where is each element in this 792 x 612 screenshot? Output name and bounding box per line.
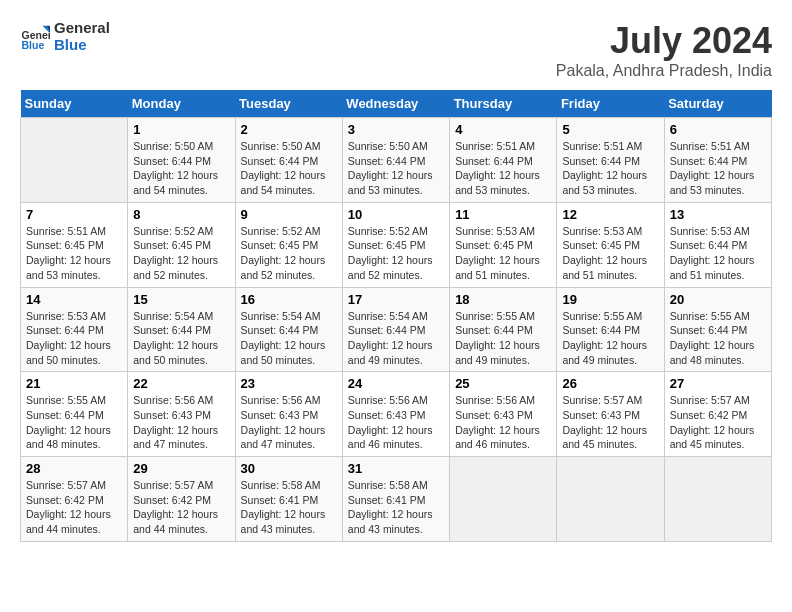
calendar-cell — [21, 118, 128, 203]
col-header-friday: Friday — [557, 90, 664, 118]
day-info: Sunrise: 5:55 AMSunset: 6:44 PMDaylight:… — [455, 309, 551, 368]
day-info: Sunrise: 5:54 AMSunset: 6:44 PMDaylight:… — [348, 309, 444, 368]
calendar-cell: 7Sunrise: 5:51 AMSunset: 6:45 PMDaylight… — [21, 202, 128, 287]
day-number: 26 — [562, 376, 658, 391]
calendar-cell: 16Sunrise: 5:54 AMSunset: 6:44 PMDayligh… — [235, 287, 342, 372]
calendar-cell: 24Sunrise: 5:56 AMSunset: 6:43 PMDayligh… — [342, 372, 449, 457]
calendar-cell: 8Sunrise: 5:52 AMSunset: 6:45 PMDaylight… — [128, 202, 235, 287]
week-row-2: 7Sunrise: 5:51 AMSunset: 6:45 PMDaylight… — [21, 202, 772, 287]
day-number: 18 — [455, 292, 551, 307]
title-area: July 2024 Pakala, Andhra Pradesh, India — [556, 20, 772, 80]
day-number: 31 — [348, 461, 444, 476]
calendar-cell: 2Sunrise: 5:50 AMSunset: 6:44 PMDaylight… — [235, 118, 342, 203]
day-info: Sunrise: 5:56 AMSunset: 6:43 PMDaylight:… — [455, 393, 551, 452]
day-number: 11 — [455, 207, 551, 222]
calendar-cell: 13Sunrise: 5:53 AMSunset: 6:44 PMDayligh… — [664, 202, 771, 287]
day-info: Sunrise: 5:53 AMSunset: 6:45 PMDaylight:… — [562, 224, 658, 283]
day-info: Sunrise: 5:50 AMSunset: 6:44 PMDaylight:… — [133, 139, 229, 198]
day-info: Sunrise: 5:53 AMSunset: 6:44 PMDaylight:… — [670, 224, 766, 283]
calendar-cell: 23Sunrise: 5:56 AMSunset: 6:43 PMDayligh… — [235, 372, 342, 457]
calendar-cell: 1Sunrise: 5:50 AMSunset: 6:44 PMDaylight… — [128, 118, 235, 203]
calendar-cell: 21Sunrise: 5:55 AMSunset: 6:44 PMDayligh… — [21, 372, 128, 457]
subtitle: Pakala, Andhra Pradesh, India — [556, 62, 772, 80]
calendar-cell: 18Sunrise: 5:55 AMSunset: 6:44 PMDayligh… — [450, 287, 557, 372]
calendar-cell — [557, 457, 664, 542]
page-header: General Blue General Blue July 2024 Paka… — [20, 20, 772, 80]
day-number: 1 — [133, 122, 229, 137]
week-row-4: 21Sunrise: 5:55 AMSunset: 6:44 PMDayligh… — [21, 372, 772, 457]
day-info: Sunrise: 5:52 AMSunset: 6:45 PMDaylight:… — [348, 224, 444, 283]
day-info: Sunrise: 5:53 AMSunset: 6:45 PMDaylight:… — [455, 224, 551, 283]
calendar-cell: 19Sunrise: 5:55 AMSunset: 6:44 PMDayligh… — [557, 287, 664, 372]
calendar-table: SundayMondayTuesdayWednesdayThursdayFrid… — [20, 90, 772, 542]
logo-icon: General Blue — [20, 22, 50, 52]
day-number: 22 — [133, 376, 229, 391]
day-info: Sunrise: 5:55 AMSunset: 6:44 PMDaylight:… — [562, 309, 658, 368]
day-number: 25 — [455, 376, 551, 391]
calendar-header-row: SundayMondayTuesdayWednesdayThursdayFrid… — [21, 90, 772, 118]
calendar-cell: 30Sunrise: 5:58 AMSunset: 6:41 PMDayligh… — [235, 457, 342, 542]
day-info: Sunrise: 5:51 AMSunset: 6:44 PMDaylight:… — [670, 139, 766, 198]
calendar-cell: 29Sunrise: 5:57 AMSunset: 6:42 PMDayligh… — [128, 457, 235, 542]
day-info: Sunrise: 5:54 AMSunset: 6:44 PMDaylight:… — [241, 309, 337, 368]
calendar-cell: 28Sunrise: 5:57 AMSunset: 6:42 PMDayligh… — [21, 457, 128, 542]
day-info: Sunrise: 5:57 AMSunset: 6:42 PMDaylight:… — [670, 393, 766, 452]
calendar-cell: 17Sunrise: 5:54 AMSunset: 6:44 PMDayligh… — [342, 287, 449, 372]
day-number: 21 — [26, 376, 122, 391]
day-number: 5 — [562, 122, 658, 137]
day-number: 4 — [455, 122, 551, 137]
day-number: 16 — [241, 292, 337, 307]
day-number: 3 — [348, 122, 444, 137]
day-info: Sunrise: 5:51 AMSunset: 6:44 PMDaylight:… — [455, 139, 551, 198]
day-info: Sunrise: 5:58 AMSunset: 6:41 PMDaylight:… — [348, 478, 444, 537]
logo-blue-text: Blue — [54, 37, 110, 54]
calendar-cell: 10Sunrise: 5:52 AMSunset: 6:45 PMDayligh… — [342, 202, 449, 287]
calendar-cell: 20Sunrise: 5:55 AMSunset: 6:44 PMDayligh… — [664, 287, 771, 372]
calendar-cell: 3Sunrise: 5:50 AMSunset: 6:44 PMDaylight… — [342, 118, 449, 203]
day-number: 10 — [348, 207, 444, 222]
calendar-cell: 25Sunrise: 5:56 AMSunset: 6:43 PMDayligh… — [450, 372, 557, 457]
day-number: 20 — [670, 292, 766, 307]
calendar-cell: 26Sunrise: 5:57 AMSunset: 6:43 PMDayligh… — [557, 372, 664, 457]
day-number: 27 — [670, 376, 766, 391]
col-header-thursday: Thursday — [450, 90, 557, 118]
day-info: Sunrise: 5:54 AMSunset: 6:44 PMDaylight:… — [133, 309, 229, 368]
day-number: 17 — [348, 292, 444, 307]
day-number: 13 — [670, 207, 766, 222]
day-number: 19 — [562, 292, 658, 307]
col-header-tuesday: Tuesday — [235, 90, 342, 118]
day-info: Sunrise: 5:50 AMSunset: 6:44 PMDaylight:… — [348, 139, 444, 198]
col-header-monday: Monday — [128, 90, 235, 118]
calendar-cell: 4Sunrise: 5:51 AMSunset: 6:44 PMDaylight… — [450, 118, 557, 203]
day-info: Sunrise: 5:53 AMSunset: 6:44 PMDaylight:… — [26, 309, 122, 368]
day-info: Sunrise: 5:56 AMSunset: 6:43 PMDaylight:… — [348, 393, 444, 452]
day-number: 6 — [670, 122, 766, 137]
day-number: 7 — [26, 207, 122, 222]
calendar-cell: 22Sunrise: 5:56 AMSunset: 6:43 PMDayligh… — [128, 372, 235, 457]
day-number: 15 — [133, 292, 229, 307]
day-number: 23 — [241, 376, 337, 391]
week-row-1: 1Sunrise: 5:50 AMSunset: 6:44 PMDaylight… — [21, 118, 772, 203]
calendar-cell: 14Sunrise: 5:53 AMSunset: 6:44 PMDayligh… — [21, 287, 128, 372]
calendar-cell: 27Sunrise: 5:57 AMSunset: 6:42 PMDayligh… — [664, 372, 771, 457]
col-header-saturday: Saturday — [664, 90, 771, 118]
day-number: 30 — [241, 461, 337, 476]
day-info: Sunrise: 5:50 AMSunset: 6:44 PMDaylight:… — [241, 139, 337, 198]
calendar-cell — [664, 457, 771, 542]
day-info: Sunrise: 5:57 AMSunset: 6:43 PMDaylight:… — [562, 393, 658, 452]
day-info: Sunrise: 5:57 AMSunset: 6:42 PMDaylight:… — [26, 478, 122, 537]
main-title: July 2024 — [556, 20, 772, 62]
week-row-5: 28Sunrise: 5:57 AMSunset: 6:42 PMDayligh… — [21, 457, 772, 542]
day-number: 29 — [133, 461, 229, 476]
day-info: Sunrise: 5:55 AMSunset: 6:44 PMDaylight:… — [670, 309, 766, 368]
day-info: Sunrise: 5:56 AMSunset: 6:43 PMDaylight:… — [133, 393, 229, 452]
day-number: 9 — [241, 207, 337, 222]
calendar-cell — [450, 457, 557, 542]
calendar-cell: 12Sunrise: 5:53 AMSunset: 6:45 PMDayligh… — [557, 202, 664, 287]
svg-text:Blue: Blue — [22, 39, 45, 51]
day-info: Sunrise: 5:51 AMSunset: 6:44 PMDaylight:… — [562, 139, 658, 198]
day-info: Sunrise: 5:56 AMSunset: 6:43 PMDaylight:… — [241, 393, 337, 452]
calendar-cell: 5Sunrise: 5:51 AMSunset: 6:44 PMDaylight… — [557, 118, 664, 203]
calendar-cell: 31Sunrise: 5:58 AMSunset: 6:41 PMDayligh… — [342, 457, 449, 542]
logo-general-text: General — [54, 20, 110, 37]
